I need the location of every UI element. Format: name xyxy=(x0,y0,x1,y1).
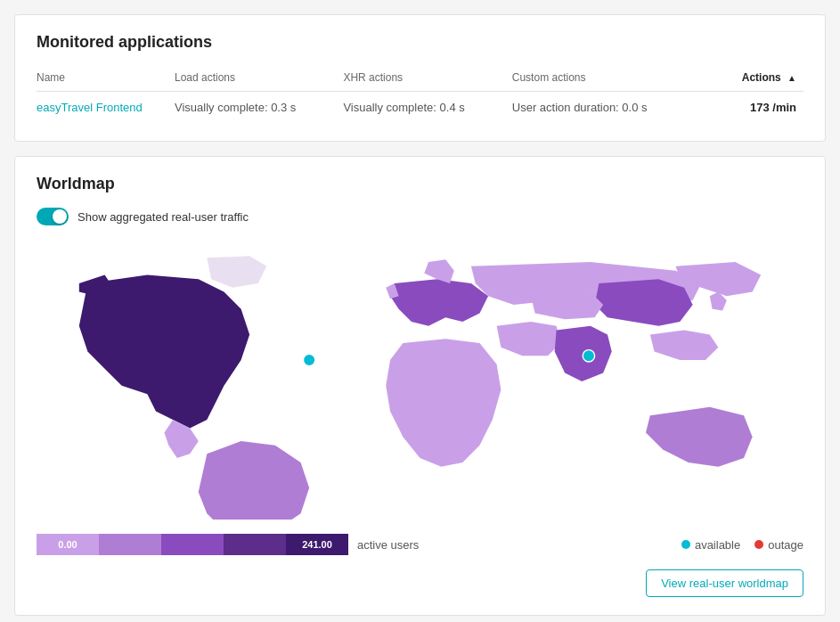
monitored-apps-title: Monitored applications xyxy=(37,33,803,52)
available-indicator: available xyxy=(681,538,740,552)
monitored-apps-card: Monitored applications Name Load actions… xyxy=(14,14,826,142)
legend-seg-3 xyxy=(224,534,286,555)
map-dot-usa xyxy=(303,354,314,365)
legend-container: 0.00 241.00 active users available outag… xyxy=(37,534,803,555)
xhr-value: 0.4 s xyxy=(440,101,465,114)
outage-dot-icon xyxy=(754,540,763,549)
map-container xyxy=(37,243,803,520)
col-custom-actions: Custom actions xyxy=(512,66,681,92)
load-label: Visually complete: xyxy=(175,101,268,114)
app-table: Name Load actions XHR actions Custom act… xyxy=(37,66,803,123)
greenland xyxy=(207,256,266,287)
legend-bar: 0.00 241.00 xyxy=(37,534,348,555)
outage-label: outage xyxy=(768,538,803,552)
southeast-asia xyxy=(650,331,719,360)
middle-east xyxy=(497,322,561,356)
australia xyxy=(646,407,753,467)
table-row: easyTravel Frontend Visually complete: 0… xyxy=(37,92,803,124)
map-dot-india xyxy=(583,350,594,362)
app-link[interactable]: easyTravel Frontend xyxy=(37,101,143,114)
col-actions[interactable]: Actions ▲ xyxy=(681,66,803,92)
active-users-label: active users xyxy=(357,538,419,552)
outage-indicator: outage xyxy=(754,538,803,552)
central-asia xyxy=(531,292,603,320)
legend-seg-0: 0.00 xyxy=(37,534,99,555)
legend-seg-1 xyxy=(99,534,161,555)
col-load-actions: Load actions xyxy=(175,66,343,92)
toggle-thumb xyxy=(53,209,67,224)
south-america xyxy=(199,441,309,520)
legend-seg-2 xyxy=(161,534,224,555)
available-dot-icon xyxy=(681,540,690,549)
sort-arrow-icon: ▲ xyxy=(787,73,796,83)
africa xyxy=(386,339,501,467)
load-value: 0.3 s xyxy=(271,101,296,114)
north-america xyxy=(79,274,249,428)
toggle-row: Show aggregated real-user traffic xyxy=(37,208,803,225)
view-worldmap-button[interactable]: View real-user worldmap xyxy=(646,569,803,597)
world-map-svg xyxy=(37,243,803,520)
europe xyxy=(390,279,488,326)
scandinavia xyxy=(424,259,453,283)
legend-seg-4: 241.00 xyxy=(286,534,348,555)
available-label: available xyxy=(695,538,740,552)
custom-value: 0.0 s xyxy=(622,101,647,114)
legend-indicators: available outage xyxy=(681,538,803,552)
china xyxy=(595,279,693,326)
col-xhr-actions: XHR actions xyxy=(343,66,511,92)
toggle-label: Show aggregated real-user traffic xyxy=(77,210,249,224)
view-button-row: View real-user worldmap xyxy=(37,569,803,597)
col-name: Name xyxy=(37,66,175,92)
actions-value: 173 /min xyxy=(681,92,803,124)
traffic-toggle[interactable] xyxy=(37,208,69,225)
custom-label: User action duration: xyxy=(512,101,619,114)
worldmap-title: Worldmap xyxy=(37,175,803,193)
xhr-label: Visually complete: xyxy=(343,101,436,114)
worldmap-card: Worldmap Show aggregated real-user traff… xyxy=(14,156,826,616)
